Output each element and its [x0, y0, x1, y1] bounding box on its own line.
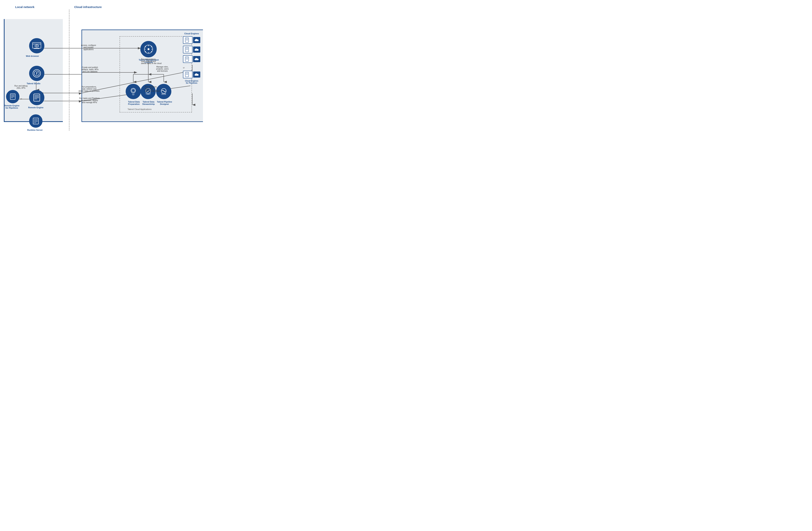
cloud-engines-section: Cloud Engines	[183, 32, 200, 84]
runtime-server-label: Runtime Server	[27, 129, 43, 131]
web-browser-label: Web browser	[26, 55, 39, 57]
cloud-engine-pipelines-icon	[183, 71, 192, 78]
tmc-circle	[140, 41, 157, 57]
cloud-infra-label: Cloud infrastructure	[74, 5, 102, 9]
or-label-right: or	[183, 67, 200, 69]
svg-line-52	[134, 91, 135, 92]
remote-engine-circle	[29, 90, 44, 105]
engine-server-pipelines-icon	[185, 72, 191, 77]
talend-studio-circle: t	[29, 66, 44, 81]
cloud-svg-1	[194, 38, 199, 42]
run-prep-cloud-label: Run preparations,load, retrieve anddelet…	[141, 58, 170, 65]
cloud-engine-row-3	[183, 55, 200, 63]
pipeline-designer-label: Talend PipelineDesigner	[153, 101, 176, 105]
local-network-label: Local network	[15, 5, 34, 9]
cloud-svg-3	[194, 57, 199, 61]
remote-engine-pipelines-circle	[6, 90, 19, 103]
svg-line-54	[132, 91, 132, 92]
web-browser-circle	[29, 38, 44, 53]
run-debug-label: Run and debugJobs, APIs	[11, 85, 30, 89]
talend-studio-label: Talend Studio	[27, 82, 40, 85]
talend-studio-icon: t	[32, 69, 41, 78]
cloud-engine-row-2	[183, 46, 200, 53]
cloud-icon-3	[193, 56, 200, 62]
web-browser-icon	[32, 42, 42, 50]
svg-rect-61	[185, 38, 189, 42]
svg-rect-39	[33, 118, 39, 124]
svg-rect-65	[185, 47, 189, 52]
remote-engine-pipelines-label: Remote Enginefor Pipelines	[2, 104, 21, 109]
run-pipelines-cloud-label: Run Pipelines,tasks andplans in the clou…	[145, 86, 170, 92]
svg-point-45	[147, 48, 149, 50]
engine-server-icon-2	[185, 47, 191, 52]
cloud-icon-2	[193, 46, 200, 53]
data-prep-circle	[126, 84, 141, 99]
cloud-engine-icon-3	[183, 55, 192, 63]
cloud-engine-icon-2	[183, 46, 192, 53]
create-publish-label: Create and publishartifacts, tasks, APIs…	[76, 66, 104, 73]
manage-roles-label: Manage roles,projects, usersand licenses	[150, 66, 175, 72]
runtime-server-circle	[29, 114, 42, 128]
svg-line-51	[132, 89, 132, 90]
diagram-container: Local network Cloud infrastructure Talen…	[0, 0, 203, 132]
cloud-engines-pipelines-label: Cloud Enginesfor Pipelines	[183, 80, 200, 84]
cloud-pipelines-icon	[193, 71, 200, 78]
dashed-divider	[69, 10, 70, 130]
run-prep-local-label: Run preparations,load, retrieve anddelet…	[75, 86, 103, 92]
engine-server-icon-3	[185, 56, 191, 62]
remote-engine-label: Remote Engine	[28, 106, 43, 109]
remote-engine-pipelines-icon	[9, 93, 16, 100]
svg-rect-69	[185, 57, 189, 61]
svg-line-53	[134, 89, 135, 90]
cloud-engine-pipelines-row	[183, 71, 200, 78]
data-prep-icon	[129, 87, 138, 96]
cloud-apps-label: Talend Cloud Applications	[128, 108, 151, 110]
run-tasks-pipelines-label: Run tasks and Pipelineson premises, depl…	[75, 97, 104, 103]
or-label-left: or	[20, 98, 22, 100]
cloud-engine-icon-1	[183, 36, 192, 44]
access-configure-label: Access, configureand monitorapplications	[76, 44, 101, 51]
remote-engine-icon	[32, 93, 41, 102]
cloud-icon-1	[193, 37, 200, 43]
cloud-engines-title: Cloud Engines	[183, 32, 200, 35]
cloud-engine-row-1	[183, 36, 200, 44]
cloud-pipelines-svg	[194, 73, 199, 76]
svg-rect-73	[185, 72, 189, 77]
cloud-bottom-border	[82, 122, 203, 122]
cloud-svg-2	[194, 48, 199, 52]
tmc-icon	[143, 44, 154, 55]
runtime-server-icon	[32, 117, 40, 125]
svg-rect-29	[10, 94, 15, 99]
engine-server-icon-1	[185, 37, 191, 43]
svg-rect-25	[34, 48, 40, 49]
svg-text:t: t	[36, 71, 38, 75]
